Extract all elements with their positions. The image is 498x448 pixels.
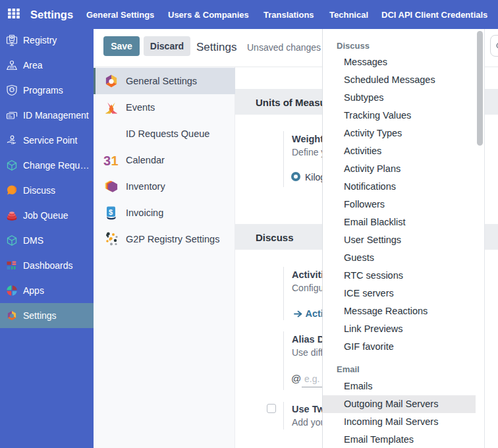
svg-text:$: $ — [109, 208, 113, 216]
svg-text:3: 3 — [103, 154, 111, 168]
svg-text:1: 1 — [111, 154, 119, 168]
